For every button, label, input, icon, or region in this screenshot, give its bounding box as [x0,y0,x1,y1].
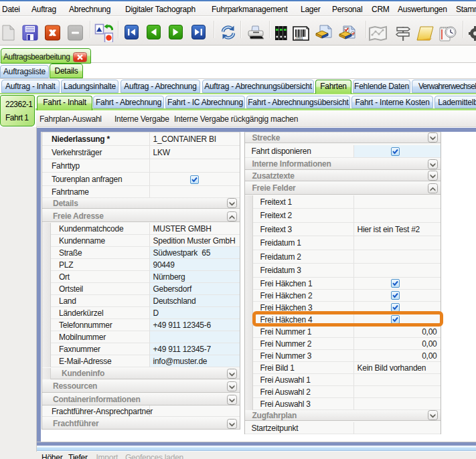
svg-text:23501: 23501 [295,37,303,40]
